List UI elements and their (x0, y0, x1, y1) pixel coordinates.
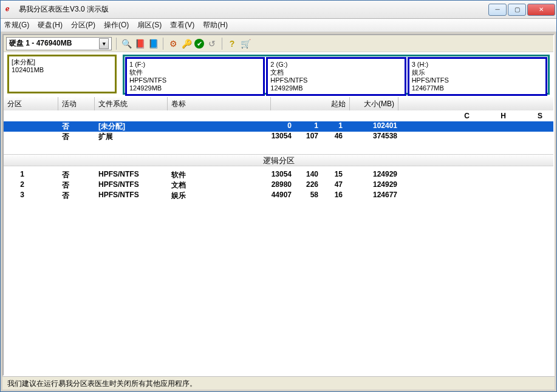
cell-id: 3 (4, 191, 28, 201)
cell-id (4, 132, 28, 142)
table-row[interactable]: 2否HPFS/NTFS文档2898022647124929 (4, 180, 553, 191)
app-icon: ℯ (5, 5, 15, 15)
logical-partition-f[interactable]: 1 (F:) 软件 HPFS/NTFS 124929MB (125, 57, 265, 96)
cell-label (168, 132, 228, 142)
grid-header: 分区 活动 文件系统 卷标 起始 大小(MB) (4, 97, 553, 110)
close-button[interactable]: ✕ (527, 4, 555, 16)
part-label: 文档 (270, 69, 402, 76)
cell-s: 47 (322, 180, 346, 191)
key-icon[interactable]: 🔑 (181, 38, 192, 49)
cell-fs: HPFS/NTFS (95, 180, 168, 191)
status-text: 我们建议在运行易我分区表医生时关闭所有其他应用程序。 (7, 379, 197, 388)
col-label[interactable]: 卷标 (168, 97, 271, 110)
separator (163, 38, 163, 50)
separator (116, 38, 117, 50)
partition-unallocated[interactable]: [未分配] 102401MB (7, 55, 117, 93)
cell-size: 374538 (346, 132, 401, 142)
menu-help[interactable]: 帮助(H) (203, 20, 228, 30)
chs-h: H (488, 112, 506, 120)
window-titlebar: ℯ 易我分区表医生V3.0 演示版 ─ ▢ ✕ (1, 1, 556, 19)
cell-c: 13054 (228, 132, 295, 142)
part-fs: HPFS/NTFS (129, 76, 261, 84)
cell-fs: [未分配] (95, 121, 168, 132)
cell-size: 124677 (346, 191, 401, 201)
book-red-icon[interactable]: 📕 (134, 38, 145, 49)
logical-partition-h[interactable]: 3 (H:) 娱乐 HPFS/NTFS 124677MB (408, 57, 547, 96)
chs-c: C (440, 112, 470, 120)
cell-active: 否 (58, 170, 95, 180)
part-fs: HPFS/NTFS (270, 76, 402, 84)
col-start[interactable]: 起始 (271, 97, 350, 110)
menu-partition[interactable]: 分区(P) (71, 20, 95, 30)
cell-s: 46 (322, 132, 346, 142)
partition-grid: 分区 活动 文件系统 卷标 起始 大小(MB) C H S 否[未分配]0111… (4, 97, 553, 375)
cell-c: 44907 (228, 191, 295, 201)
gear-icon[interactable]: ⚙ (168, 38, 179, 49)
cell-label: 文档 (168, 180, 228, 191)
menu-sector[interactable]: 扇区(S) (137, 20, 162, 30)
logical-section-header: 逻辑分区 (4, 154, 553, 166)
col-filesystem[interactable]: 文件系统 (95, 97, 168, 110)
cell-c: 13054 (228, 170, 295, 180)
table-row[interactable]: 否[未分配]011102401 (4, 121, 553, 132)
chs-header: C H S (4, 110, 553, 121)
disk-selector[interactable]: 硬盘 1 - 476940MB ▾ (6, 37, 112, 50)
logical-partition-g[interactable]: 2 (G:) 文档 HPFS/NTFS 124929MB (266, 57, 406, 96)
part-size: 124929MB (270, 84, 402, 92)
part-label: [未分配] (12, 58, 112, 66)
cell-drive (28, 191, 58, 201)
cell-h: 58 (295, 191, 322, 201)
cell-fs: HPFS/NTFS (95, 170, 168, 180)
cell-id: 1 (4, 170, 28, 180)
cell-c: 28980 (228, 180, 295, 191)
menu-general[interactable]: 常规(G) (4, 20, 29, 30)
disk-map: [未分配] 102401MB 1 (F:) 软件 HPFS/NTFS 12492… (4, 52, 553, 97)
check-icon[interactable]: ✔ (194, 39, 204, 49)
menu-disk[interactable]: 硬盘(H) (38, 20, 63, 30)
part-size: 102401MB (12, 66, 112, 74)
book-blue-icon[interactable]: 📘 (148, 38, 159, 49)
cell-h: 226 (295, 180, 322, 191)
cell-h: 140 (295, 170, 322, 180)
part-label: 软件 (129, 69, 261, 76)
window-title: 易我分区表医生V3.0 演示版 (19, 4, 488, 15)
part-size: 124929MB (129, 84, 261, 92)
table-row[interactable]: 3否HPFS/NTFS娱乐449075816124677 (4, 191, 553, 201)
cell-label: 软件 (168, 170, 228, 180)
cell-size: 124929 (346, 180, 401, 191)
cell-label: 娱乐 (168, 191, 228, 201)
maximize-button[interactable]: ▢ (508, 4, 526, 16)
part-size: 124677MB (412, 84, 543, 92)
part-id: 1 (F:) (129, 61, 261, 69)
menu-operation[interactable]: 操作(O) (104, 20, 129, 30)
separator (222, 38, 222, 50)
help-icon[interactable]: ? (227, 38, 237, 49)
status-bar: 我们建议在运行易我分区表医生时关闭所有其他应用程序。 (2, 376, 555, 390)
dropdown-icon[interactable]: ▾ (99, 38, 109, 49)
menu-view[interactable]: 查看(V) (170, 20, 194, 30)
part-label: 娱乐 (412, 69, 543, 76)
undo-icon[interactable]: ↺ (207, 38, 217, 49)
cell-s: 1 (322, 121, 346, 132)
menubar: 常规(G) 硬盘(H) 分区(P) 操作(O) 扇区(S) 查看(V) 帮助(H… (1, 19, 556, 32)
col-size[interactable]: 大小(MB) (350, 97, 398, 110)
cart-icon[interactable]: 🛒 (240, 38, 251, 49)
cell-fs: 扩展 (95, 132, 168, 142)
extended-partition[interactable]: 1 (F:) 软件 HPFS/NTFS 124929MB 2 (G:) 文档 H… (123, 55, 550, 95)
search-icon[interactable]: 🔍 (121, 38, 132, 49)
table-row[interactable]: 否扩展1305410746374538 (4, 132, 553, 142)
part-fs: HPFS/NTFS (412, 76, 543, 84)
cell-drive (28, 180, 58, 191)
part-id: 3 (H:) (412, 61, 543, 69)
cell-active: 否 (58, 180, 95, 191)
cell-id: 2 (4, 180, 28, 191)
cell-id (4, 121, 28, 132)
toolbar: 硬盘 1 - 476940MB ▾ 🔍 📕 📘 ⚙ 🔑 ✔ ↺ ? 🛒 (4, 35, 553, 52)
col-partition[interactable]: 分区 (4, 97, 58, 110)
cell-drive (28, 121, 58, 132)
chs-s: S (524, 112, 542, 120)
cell-drive (28, 170, 58, 180)
col-active[interactable]: 活动 (58, 97, 95, 110)
table-row[interactable]: 1否HPFS/NTFS软件1305414015124929 (4, 170, 553, 180)
minimize-button[interactable]: ─ (488, 4, 507, 16)
